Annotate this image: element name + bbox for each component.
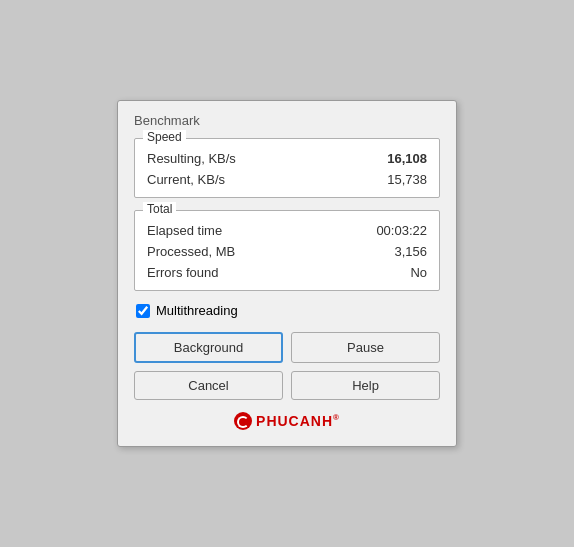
current-label: Current, KB/s (147, 172, 225, 187)
logo-icon (234, 412, 252, 430)
multithreading-checkbox[interactable] (136, 304, 150, 318)
processed-row: Processed, MB 3,156 (147, 244, 427, 259)
background-button[interactable]: Background (134, 332, 283, 363)
multithreading-label: Multithreading (156, 303, 238, 318)
multithreading-row: Multithreading (134, 303, 440, 318)
button-grid: Background Pause Cancel Help (134, 332, 440, 400)
cancel-button[interactable]: Cancel (134, 371, 283, 400)
speed-group: Speed Resulting, KB/s 16,108 Current, KB… (134, 138, 440, 198)
errors-row: Errors found No (147, 265, 427, 280)
elapsed-row: Elapsed time 00:03:22 (147, 223, 427, 238)
elapsed-value: 00:03:22 (376, 223, 427, 238)
help-button[interactable]: Help (291, 371, 440, 400)
total-group-label: Total (143, 202, 176, 216)
current-row: Current, KB/s 15,738 (147, 172, 427, 187)
logo-area: PHUCANH® (134, 412, 440, 430)
resulting-value: 16,108 (387, 151, 427, 166)
errors-label: Errors found (147, 265, 219, 280)
logo-superscript: ® (333, 413, 340, 422)
benchmark-window: Benchmark Speed Resulting, KB/s 16,108 C… (117, 100, 457, 447)
resulting-label: Resulting, KB/s (147, 151, 236, 166)
logo-text: PHUCANH® (256, 413, 340, 429)
processed-label: Processed, MB (147, 244, 235, 259)
pause-button[interactable]: Pause (291, 332, 440, 363)
total-group: Total Elapsed time 00:03:22 Processed, M… (134, 210, 440, 291)
speed-group-label: Speed (143, 130, 186, 144)
processed-value: 3,156 (394, 244, 427, 259)
window-title: Benchmark (134, 113, 440, 128)
resulting-row: Resulting, KB/s 16,108 (147, 151, 427, 166)
elapsed-label: Elapsed time (147, 223, 222, 238)
current-value: 15,738 (387, 172, 427, 187)
errors-value: No (410, 265, 427, 280)
